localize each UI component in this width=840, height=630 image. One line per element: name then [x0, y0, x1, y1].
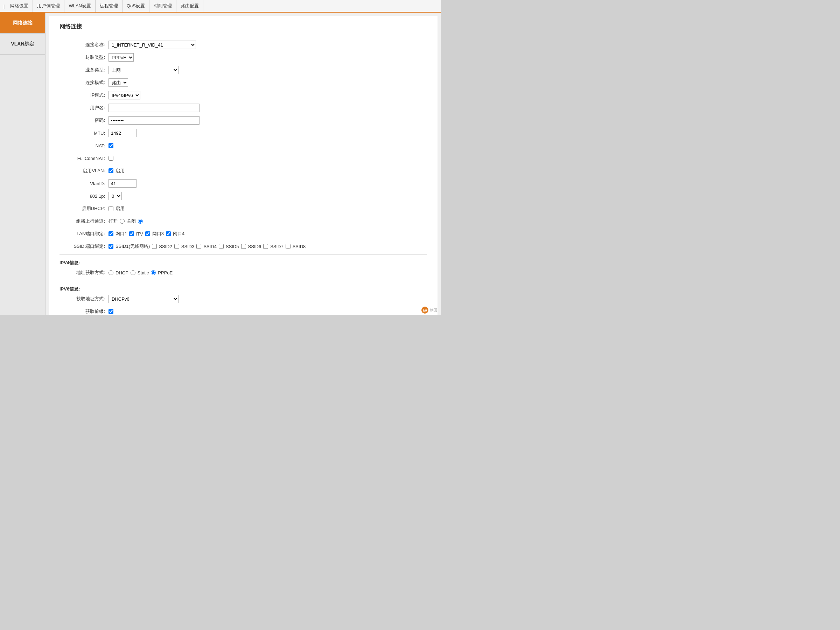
conn-mode-control: 路由 — [109, 78, 128, 87]
ssid-bind-control: SSID1(无线网络) SSID2 SSID3 SSID4 SSID5 SSID… — [109, 243, 306, 249]
multicast-close-radio[interactable] — [138, 219, 143, 224]
mtu-input[interactable] — [109, 129, 136, 137]
enable-dhcp-checkbox[interactable] — [109, 206, 114, 211]
ssid8-checkbox[interactable] — [286, 244, 291, 249]
ipv4-static-radio[interactable] — [131, 270, 136, 275]
enable-vlan-text: 启用 — [115, 167, 125, 174]
ssid5-label: SSID5 — [226, 244, 239, 249]
ipv6-method-row: 获取地址方式: DHCPv6 — [60, 294, 427, 303]
ip-mode-label: IP模式: — [60, 92, 109, 98]
nav-user-mgmt[interactable]: 用户侧管理 — [33, 0, 65, 12]
nav-route-config[interactable]: 路由配置 — [177, 0, 203, 12]
watermark-company: 朝田 — [430, 308, 437, 313]
nat-checkbox[interactable] — [109, 143, 114, 148]
ssid1-checkbox[interactable] — [109, 244, 114, 249]
prefix-label: 获取前缀: — [60, 308, 109, 315]
username-label: 用户名: — [60, 105, 109, 111]
encap-select[interactable]: PPPoE — [109, 53, 134, 62]
mtu-row: MTU: — [60, 128, 427, 137]
divider-1 — [60, 254, 427, 255]
page-title: 网络连接 — [60, 23, 427, 33]
prefix-control — [109, 309, 114, 314]
lan-bind-control: 网口1 iTV 网口3 网口4 — [109, 231, 185, 237]
password-row: 密码: — [60, 116, 427, 125]
ipv6-method-label: 获取地址方式: — [60, 296, 109, 302]
ipv4-static-text: Static — [137, 270, 149, 275]
addr-method-control: DHCP Static PPPoE — [109, 270, 172, 275]
ssid3-label: SSID3 — [181, 244, 194, 249]
ipv6-method-select[interactable]: DHCPv6 — [109, 295, 178, 303]
ssid-bind-row: SSID 端口绑定: SSID1(无线网络) SSID2 SSID3 SSID4… — [60, 242, 427, 251]
conn-mode-row: 连接模式: 路由 — [60, 78, 427, 87]
ssid2-checkbox[interactable] — [152, 244, 157, 249]
nat-control — [109, 143, 114, 148]
ipv4-section-title: IPV4信息: — [60, 260, 427, 266]
sidebar-item-vlan-bind[interactable]: VLAN绑定 — [0, 33, 45, 55]
lan-port3-checkbox[interactable] — [145, 231, 150, 236]
password-input[interactable] — [109, 116, 199, 125]
ipv4-pppoe-radio[interactable] — [151, 270, 156, 275]
dot1p-control: 0 — [109, 192, 122, 200]
divider-2 — [60, 281, 427, 281]
multicast-close-text: 关闭 — [127, 218, 136, 224]
nav-wlan-settings[interactable]: WLAN设置 — [65, 0, 96, 12]
fullconenat-row: FullConeNAT: — [60, 154, 427, 163]
conn-name-row: 连接名称: 1_INTERNET_R_VID_41 — [60, 40, 427, 49]
lan-bind-row: LAN端口绑定: 网口1 iTV 网口3 网口4 — [60, 229, 427, 238]
multicast-open-radio[interactable] — [120, 219, 125, 224]
sidebar-item-network-conn[interactable]: 网络连接 — [0, 13, 45, 33]
ssid7-checkbox[interactable] — [263, 244, 268, 249]
content-area[interactable]: 网络连接 连接名称: 1_INTERNET_R_VID_41 封装类型: PPP… — [46, 13, 441, 315]
prefix-row: 获取前缀: — [60, 307, 427, 315]
ipv4-pppoe-text: PPPoE — [158, 270, 172, 275]
ssid1-label: SSID1(无线网络) — [115, 243, 150, 249]
enable-dhcp-text: 启用 — [115, 205, 125, 212]
conn-mode-select[interactable]: 路由 — [109, 78, 128, 87]
lan-port1-checkbox[interactable] — [109, 231, 114, 236]
lan-port-itv-label: iTV — [136, 231, 143, 237]
ip-mode-row: IP模式: IPv4&IPv6 — [60, 91, 427, 100]
multicast-row: 组播上行通道: 打开 关闭 — [60, 217, 427, 226]
conn-mode-label: 连接模式: — [60, 79, 109, 86]
ssid5-checkbox[interactable] — [219, 244, 224, 249]
business-control: 上网 — [109, 66, 178, 74]
conn-name-select[interactable]: 1_INTERNET_R_VID_41 — [109, 41, 196, 49]
fullconenat-checkbox[interactable] — [109, 156, 114, 161]
vlanid-control — [109, 179, 136, 188]
fullconenat-label: FullConeNAT: — [60, 156, 109, 161]
dot1p-select[interactable]: 0 — [109, 192, 122, 200]
multicast-open-text: 打开 — [109, 218, 118, 224]
nav-remote-mgmt[interactable]: 远程管理 — [96, 0, 123, 12]
ssid3-checkbox[interactable] — [174, 244, 179, 249]
enable-dhcp-control: 启用 — [109, 205, 125, 212]
lan-port-itv-checkbox[interactable] — [129, 231, 134, 236]
ssid8-label: SSID8 — [293, 244, 306, 249]
page-content: 网络连接 连接名称: 1_INTERNET_R_VID_41 封装类型: PPP… — [49, 16, 437, 315]
nat-label: NAT: — [60, 143, 109, 148]
nav-network-settings[interactable]: 网络设置 — [6, 0, 33, 12]
business-select[interactable]: 上网 — [109, 66, 178, 74]
nat-row: NAT: — [60, 141, 427, 150]
nav-qos-settings[interactable]: QoS设置 — [123, 0, 150, 12]
multicast-control: 打开 关闭 — [109, 218, 143, 224]
ipv6-method-control: DHCPv6 — [109, 295, 178, 303]
ssid4-checkbox[interactable] — [196, 244, 201, 249]
username-input[interactable] — [109, 104, 199, 112]
username-row: 用户名: — [60, 103, 427, 112]
prefix-checkbox[interactable] — [109, 309, 114, 314]
ssid4-label: SSID4 — [203, 244, 217, 249]
lan-port4-checkbox[interactable] — [166, 231, 171, 236]
vlanid-input[interactable] — [109, 179, 136, 188]
dot1p-row: 802.1p: 0 — [60, 191, 427, 201]
top-navigation: | 网络设置 用户侧管理 WLAN设置 远程管理 QoS设置 时间管理 路由配置 — [0, 0, 441, 13]
lan-port3-label: 网口3 — [152, 231, 164, 237]
watermark: Ea 朝田 — [422, 306, 437, 314]
business-label: 业务类型: — [60, 67, 109, 73]
ipv4-dhcp-radio[interactable] — [109, 270, 114, 275]
enable-vlan-checkbox[interactable] — [109, 168, 114, 173]
nav-time-mgmt[interactable]: 时间管理 — [150, 0, 177, 12]
dot1p-label: 802.1p: — [60, 194, 109, 199]
ssid6-checkbox[interactable] — [241, 244, 246, 249]
ip-mode-select[interactable]: IPv4&IPv6 — [109, 91, 141, 99]
watermark-icon: Ea — [422, 306, 428, 314]
